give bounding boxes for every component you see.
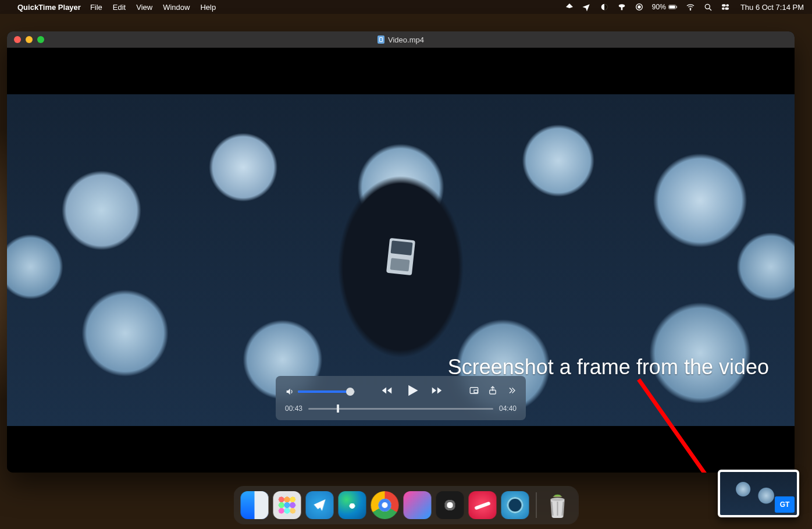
dock-app-edge[interactable] (339, 491, 366, 519)
menu-window[interactable]: Window (163, 3, 190, 12)
dock-app-shottr[interactable] (404, 491, 432, 519)
window-titlebar[interactable]: Video.mp4 (7, 31, 795, 48)
video-viewport[interactable]: Screenshot a frame from the video (7, 48, 795, 473)
battery-pct-label: 90% (652, 3, 666, 11)
svg-rect-14 (725, 8, 729, 10)
svg-point-8 (690, 9, 690, 10)
current-time-label: 00:43 (285, 404, 302, 413)
forward-button[interactable] (430, 384, 443, 399)
screenshot-floating-thumbnail[interactable]: GT (718, 470, 799, 517)
menu-view[interactable]: View (136, 3, 152, 12)
duration-label: 04:40 (499, 404, 517, 413)
dock-app-quicktime[interactable] (501, 491, 529, 519)
contrast-icon[interactable] (600, 2, 609, 12)
window-close-button[interactable] (14, 36, 21, 43)
menu-help[interactable]: Help (200, 3, 216, 12)
transport-controls (355, 382, 469, 401)
svg-point-19 (551, 498, 565, 501)
screenshot-thumbnail-badge: GT (775, 496, 795, 513)
svg-point-4 (638, 6, 640, 8)
menubar-status-area: 90% Thu 6 Oct 7:14 PM (565, 2, 804, 12)
play-button[interactable] (404, 382, 420, 401)
svg-line-10 (710, 9, 711, 10)
window-title-text: Video.mp4 (388, 35, 424, 44)
dock-app-launchpad[interactable] (273, 491, 301, 519)
dock-app-chrome[interactable] (371, 491, 399, 519)
vehicle-in-frame (386, 238, 415, 275)
playback-controls-hud: 00:43 04:40 (276, 376, 526, 420)
quick-note-icon[interactable] (565, 2, 574, 12)
window-traffic-lights (14, 36, 44, 43)
wifi-icon[interactable] (686, 2, 695, 12)
dock-separator (536, 492, 537, 518)
volume-slider-fill (298, 390, 350, 393)
window-title: Video.mp4 (7, 35, 795, 44)
menu-edit[interactable]: Edit (113, 3, 126, 12)
menubar-app-name[interactable]: QuickTime Player (17, 3, 81, 12)
svg-rect-11 (722, 4, 726, 6)
share-button[interactable] (487, 385, 498, 398)
window-minimize-button[interactable] (26, 36, 33, 43)
svg-rect-12 (726, 4, 729, 6)
picture-in-picture-button[interactable] (469, 385, 479, 398)
cleanup-icon[interactable] (617, 2, 626, 12)
dock-app-telegram[interactable] (306, 491, 334, 519)
svg-rect-2 (621, 7, 623, 10)
rewind-button[interactable] (380, 384, 393, 399)
timeline-thumb[interactable] (337, 404, 339, 413)
volume-slider-thumb[interactable] (346, 388, 354, 396)
menubar: QuickTime Player File Edit View Window H… (0, 0, 812, 14)
svg-rect-17 (474, 390, 478, 393)
menu-file[interactable]: File (90, 3, 102, 12)
battery-status[interactable]: 90% (652, 2, 678, 12)
volume-control[interactable] (285, 387, 355, 396)
screen-record-icon[interactable] (635, 2, 644, 12)
dock-trash[interactable] (544, 491, 572, 519)
svg-point-1 (619, 4, 625, 7)
more-options-button[interactable] (506, 385, 517, 398)
svg-rect-7 (676, 6, 677, 8)
window-fullscreen-button[interactable] (37, 36, 44, 43)
quicktime-window: Video.mp4 Screenshot a frame from the vi… (7, 31, 795, 473)
location-icon[interactable] (582, 2, 592, 12)
volume-icon (285, 387, 294, 396)
dock-app-snagit[interactable] (469, 491, 497, 519)
dock-app-finder[interactable] (241, 491, 269, 519)
svg-point-9 (705, 4, 710, 9)
svg-rect-6 (669, 5, 675, 8)
menubar-datetime[interactable]: Thu 6 Oct 7:14 PM (740, 3, 804, 12)
timeline-slider[interactable] (308, 408, 493, 410)
dock (234, 486, 579, 524)
dock-app-screen-recorder[interactable] (436, 491, 464, 519)
spotlight-icon[interactable] (703, 2, 713, 12)
control-center-icon[interactable] (721, 2, 730, 12)
volume-slider-track[interactable] (298, 390, 355, 393)
document-icon (377, 35, 384, 44)
svg-rect-13 (722, 8, 725, 10)
